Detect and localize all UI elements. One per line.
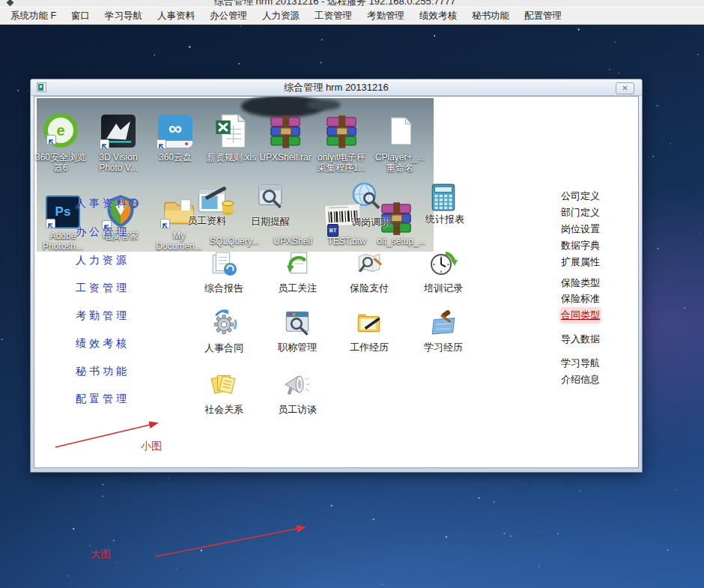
menu-attendance[interactable]: 考勤管理 (359, 7, 412, 24)
grid-item-label: 员工访谈 (261, 403, 333, 416)
annotation-small-image: 小图 (141, 440, 162, 453)
winrar-books-icon (269, 115, 302, 149)
annotation-big-image: 大图 (91, 548, 111, 561)
grid-item-employee-data[interactable]: 员工资料 (187, 214, 226, 228)
right-menu-company-define[interactable]: 公司定义 (561, 190, 600, 203)
report-stack-icon (210, 251, 237, 276)
grid-item-label: 综合报告 (188, 282, 260, 295)
grid-item-label: 人事合同 (188, 342, 260, 355)
window-content: e ∞ (34, 96, 639, 468)
grid-item-work-history[interactable]: 工作经历 (333, 310, 405, 354)
desktop-icon-360-browser[interactable]: e (43, 113, 78, 148)
grid-item-employee-follow[interactable]: 员工关注 (261, 251, 333, 295)
right-menu-data-dictionary[interactable]: 数据字典 (561, 239, 600, 252)
shortcut-badge-icon (157, 139, 166, 149)
app-icon-statistics[interactable] (429, 182, 458, 215)
menu-config[interactable]: 配置管理 (517, 7, 569, 24)
sql-query-icon (197, 185, 234, 218)
calculator-icon (429, 182, 458, 212)
grid-item-label: 培训记录 (407, 282, 479, 295)
main-menu-bar: 系统功能 F 窗口 学习导航 人事资料 办公管理 人力资源 工资管理 考勤管理 … (0, 7, 704, 25)
grid-item-employee-interview[interactable]: 员工访谈 (261, 371, 333, 416)
blank-file-icon (385, 113, 415, 149)
grid-item-training-record[interactable]: 培训记录 (407, 249, 479, 295)
desktop-icon-upxshell-rar[interactable] (269, 115, 302, 152)
sidebar-item-personnel[interactable]: 人事资料 (76, 197, 158, 210)
grid-item-job-transfer[interactable]: 调岗调职 (351, 216, 390, 229)
remote-title-strip: 综合管理 hrm 20131216 - 远程服务 192.168.0.255:7… (0, 0, 704, 7)
menu-window[interactable]: 窗口 (64, 7, 97, 24)
winrar-books-icon (325, 115, 358, 149)
menu-system[interactable]: 系统功能 F (3, 7, 64, 24)
sidebar-item-office[interactable]: 办公管理 (76, 225, 158, 239)
folder-pen-icon (356, 310, 383, 336)
rock-silhouette-2 (306, 100, 341, 110)
window-title-bar[interactable]: 综合管理 hrm 20131216 ✕ (31, 79, 642, 96)
menu-learn-nav[interactable]: 学习导航 (97, 7, 150, 24)
desktop-icon-cplayer-file[interactable] (385, 113, 415, 152)
map-magnifier-icon (356, 251, 383, 276)
hrm-window: 综合管理 hrm 20131216 ✕ e (30, 79, 643, 473)
menu-hr[interactable]: 人力资源 (255, 7, 307, 24)
right-menu-contract-type[interactable]: 合同类型 (561, 309, 600, 322)
grid-item-label: 工作经历 (333, 341, 405, 354)
grid-item-label: 职称管理 (261, 341, 333, 354)
grid-item-label: 学习经历 (407, 341, 479, 354)
desktop-icon-excel-file[interactable] (215, 113, 248, 152)
clock-icon (429, 249, 458, 276)
selection-ring-icon (129, 198, 139, 208)
shortcut-badge-icon (46, 219, 55, 228)
grid-item-label: 保险支付 (333, 282, 405, 295)
shortcut-badge-icon (160, 219, 170, 228)
sidebar-item-attendance[interactable]: 考勤管理 (76, 309, 158, 323)
excel-file-icon (215, 113, 248, 149)
sidebar-item-salary[interactable]: 工资管理 (76, 282, 158, 295)
grid-item-title-management[interactable]: 职称管理 (261, 310, 333, 354)
window-title: 综合管理 hrm 20131216 (31, 81, 642, 94)
close-button[interactable]: ✕ (616, 82, 634, 94)
desktop-icon-label: CPlayer+_... 重命名 (365, 153, 434, 174)
right-menu-intro-info[interactable]: 介绍信息 (561, 373, 600, 387)
shortcut-badge-icon (46, 135, 56, 145)
window-magnifier-icon (256, 182, 286, 210)
right-menu-department-define[interactable]: 部门定义 (561, 206, 600, 219)
desktop-icon-onlyit-rar[interactable] (325, 115, 358, 152)
shortcut-badge-icon (100, 139, 109, 149)
grid-item-date-reminder[interactable]: 日期提醒 (251, 215, 290, 228)
gavel-map-icon (430, 310, 457, 336)
btw-badge-icon: BT (328, 225, 338, 236)
grid-item-social-relations[interactable]: 社会关系 (188, 371, 260, 416)
right-menu-insurance-standard[interactable]: 保险标准 (561, 292, 600, 306)
right-menu-extended-attrs[interactable]: 扩展属性 (561, 255, 600, 269)
sidebar-item-performance[interactable]: 绩效考核 (76, 337, 158, 351)
remote-title-text: 综合管理 hrm 20131216 - 远程服务 192.168.0.255:7… (214, 0, 455, 7)
sidebar-item-hr[interactable]: 人力资源 (76, 254, 158, 267)
grid-item-study-history[interactable]: 学习经历 (407, 310, 479, 354)
desktop-icon-upxshell-app[interactable] (256, 182, 286, 213)
desktop-icon-360-cloud[interactable]: ∞ (158, 115, 192, 148)
right-menu-import-data[interactable]: 导入数据 (561, 333, 600, 346)
menu-salary[interactable]: 工资管理 (307, 7, 359, 24)
gear-arrows-icon (210, 309, 237, 336)
right-menu-learn-nav[interactable]: 学习导航 (561, 357, 600, 370)
grid-item-insurance-pay[interactable]: 保险支付 (333, 251, 405, 295)
desktop-icon-3d-vision[interactable] (101, 115, 136, 148)
menu-secretary[interactable]: 秘书功能 (464, 7, 517, 24)
desktop-icon-label: oit_setup_... (367, 237, 436, 247)
window-magnifier-icon (284, 310, 311, 336)
menu-performance[interactable]: 绩效考核 (412, 7, 464, 24)
menu-office[interactable]: 办公管理 (202, 7, 255, 24)
doc-green-arrow-icon (284, 251, 311, 276)
grid-item-statistics-report[interactable]: 统计报表 (425, 213, 464, 226)
megaphone-icon (282, 371, 312, 398)
grid-item-personnel-contract[interactable]: 人事合同 (188, 309, 260, 355)
sidebar-item-config[interactable]: 配置管理 (76, 392, 158, 406)
notes-stack-icon (210, 371, 238, 398)
right-menu-position-setup[interactable]: 岗位设置 (561, 222, 600, 236)
grid-item-label: 社会关系 (188, 403, 260, 416)
sidebar-item-secretary[interactable]: 秘书功能 (76, 365, 158, 378)
grid-item-comprehensive-report[interactable]: 综合报告 (188, 251, 260, 295)
desktop-screen: { "top_bar": { "clipped_title": "综合管理 hr… (0, 0, 704, 588)
menu-personnel[interactable]: 人事资料 (150, 7, 202, 24)
right-menu-insurance-type[interactable]: 保险类型 (561, 276, 600, 290)
